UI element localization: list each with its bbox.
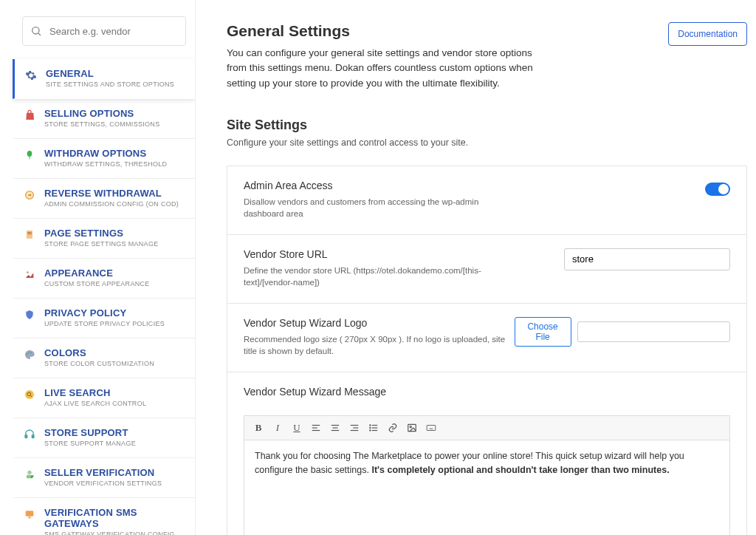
svg-point-33 xyxy=(370,430,371,431)
align-center-button[interactable] xyxy=(327,420,343,436)
setting-label: Vendor Setup Wizard Message xyxy=(244,386,386,398)
search-icon xyxy=(30,25,42,37)
align-left-button[interactable] xyxy=(308,420,324,436)
wizard-logo-filename[interactable] xyxy=(577,321,730,342)
svg-point-8 xyxy=(27,354,28,355)
sidebar-item-desc: ADMIN COMMISSION CONFIG (ON COD) xyxy=(44,200,179,208)
shield-icon xyxy=(24,309,35,321)
sidebar-item-store-support[interactable]: STORE SUPPORT STORE SUPPORT MANAGE xyxy=(13,418,195,458)
bold-button[interactable]: B xyxy=(250,420,267,436)
sidebar-item-selling-options[interactable]: SELLING OPTIONS STORE SETTINGS, COMMISSI… xyxy=(13,99,195,139)
page-description: You can configure your general site sett… xyxy=(227,46,544,91)
sidebar-item-desc: STORE SETTINGS, COMMISSIONS xyxy=(44,120,159,128)
setting-hint: Disallow vendors and customers from acce… xyxy=(244,196,516,219)
svg-point-31 xyxy=(370,425,371,426)
svg-rect-18 xyxy=(26,511,34,516)
admin-access-toggle[interactable] xyxy=(705,183,730,196)
sidebar-item-label: REVERSE WITHDRAWAL xyxy=(44,188,179,199)
setting-vendor-store-url: Vendor Store URL Define the vendor store… xyxy=(227,235,746,304)
svg-point-10 xyxy=(30,352,32,354)
setting-wizard-logo: Vendor Setup Wizard Logo Recommended log… xyxy=(227,304,746,372)
check-badge-icon xyxy=(24,468,35,480)
sidebar-search[interactable] xyxy=(22,16,186,46)
section-title: Site Settings xyxy=(227,117,747,133)
sidebar-item-reverse-withdrawal[interactable]: REVERSE WITHDRAWAL ADMIN COMMISSION CONF… xyxy=(13,179,195,219)
svg-point-9 xyxy=(28,352,30,353)
image-button[interactable] xyxy=(404,420,420,436)
settings-sidebar: GENERAL SITE SETTINGS AND STORE OPTIONS … xyxy=(0,0,196,535)
link-button[interactable] xyxy=(385,420,401,436)
sidebar-item-colors[interactable]: COLORS STORE COLOR CUSTOMIZATION xyxy=(13,338,195,378)
main-content: General Settings You can configure your … xyxy=(196,0,756,535)
sidebar-item-verification-sms[interactable]: VERIFICATION SMS GATEWAYS SMS GATEWAY VE… xyxy=(13,498,195,535)
sidebar-item-label: COLORS xyxy=(44,347,154,358)
svg-line-1 xyxy=(38,33,41,35)
section-description: Configure your site settings and control… xyxy=(227,137,747,148)
svg-rect-34 xyxy=(408,425,416,432)
list-button[interactable] xyxy=(365,420,382,436)
sidebar-item-label: LIVE SEARCH xyxy=(44,387,146,398)
sidebar-item-desc: UPDATE STORE PRIVACY POLICIES xyxy=(44,320,165,327)
page-icon xyxy=(24,229,35,241)
svg-point-11 xyxy=(25,390,34,399)
setting-label: Vendor Store URL xyxy=(244,248,516,260)
setting-wizard-message: Vendor Setup Wizard Message B I U Thank … xyxy=(227,372,746,535)
sidebar-item-page-settings[interactable]: PAGE SETTINGS STORE PAGE SETTINGS MANAGE xyxy=(13,219,195,259)
setting-label: Admin Area Access xyxy=(244,180,516,191)
setting-label: Vendor Setup Wizard Logo xyxy=(244,317,515,329)
balloon-icon xyxy=(24,149,35,161)
choose-file-button[interactable]: Choose File xyxy=(515,317,571,347)
page-title: General Settings xyxy=(227,22,544,40)
sidebar-item-desc: SMS GATEWAY VERIFICATION CONFIG xyxy=(44,531,185,535)
wizard-message-bold: It's completely optional and shouldn't t… xyxy=(371,465,669,475)
svg-rect-14 xyxy=(25,435,27,438)
keyboard-button[interactable] xyxy=(423,420,439,436)
underline-button[interactable]: U xyxy=(289,420,305,436)
appearance-icon xyxy=(24,269,35,281)
bag-icon xyxy=(24,109,35,121)
align-right-button[interactable] xyxy=(346,420,362,436)
sidebar-item-live-search[interactable]: LIVE SEARCH AJAX LIVE SEARCH CONTROL xyxy=(13,378,195,418)
svg-point-32 xyxy=(370,428,371,429)
sidebar-item-desc: WITHDRAW SETTINGS, THRESHOLD xyxy=(44,160,167,168)
sidebar-item-seller-verification[interactable]: SELLER VERIFICATION VENDOR VERIFICATION … xyxy=(13,458,195,498)
search-input[interactable] xyxy=(49,26,178,37)
circle-arrow-icon xyxy=(24,189,35,201)
gear-icon xyxy=(25,69,37,81)
sidebar-item-desc: STORE SUPPORT MANAGE xyxy=(44,440,136,447)
sidebar-item-privacy-policy[interactable]: PRIVACY POLICY UPDATE STORE PRIVACY POLI… xyxy=(13,299,195,338)
sidebar-item-general[interactable]: GENERAL SITE SETTINGS AND STORE OPTIONS xyxy=(13,59,195,99)
setting-hint: Recommended logo size ( 270px X 90px ). … xyxy=(244,333,515,357)
sidebar-item-desc: AJAX LIVE SEARCH CONTROL xyxy=(44,400,146,407)
headset-icon xyxy=(24,429,35,440)
sidebar-item-label: WITHDRAW OPTIONS xyxy=(44,148,167,159)
sidebar-item-desc: SITE SETTINGS AND STORE OPTIONS xyxy=(46,81,174,88)
svg-rect-4 xyxy=(27,231,32,239)
site-settings-panel: Admin Area Access Disallow vendors and c… xyxy=(227,166,747,535)
sidebar-item-label: STORE SUPPORT xyxy=(44,427,136,438)
sidebar-item-label: PRIVACY POLICY xyxy=(44,307,165,318)
svg-point-0 xyxy=(32,27,39,34)
sidebar-item-desc: CUSTOM STORE APPEARANCE xyxy=(44,280,150,287)
palette-icon xyxy=(24,349,35,361)
svg-rect-15 xyxy=(32,435,34,438)
search-circle-icon xyxy=(24,389,35,401)
svg-point-16 xyxy=(27,471,31,474)
setting-admin-area-access: Admin Area Access Disallow vendors and c… xyxy=(227,166,746,235)
rich-text-editor: B I U Thank you for choosing The Marketp… xyxy=(244,415,730,535)
vendor-store-url-input[interactable] xyxy=(564,248,730,270)
sidebar-item-label: GENERAL xyxy=(46,68,174,79)
documentation-button[interactable]: Documentation xyxy=(668,22,747,46)
svg-rect-5 xyxy=(27,232,31,233)
editor-content[interactable]: Thank you for choosing The Marketplace t… xyxy=(244,440,729,535)
svg-rect-36 xyxy=(427,426,436,431)
svg-point-7 xyxy=(27,271,29,273)
sidebar-item-label: SELLER VERIFICATION xyxy=(44,467,162,478)
sidebar-item-desc: VENDOR VERIFICATION SETTINGS xyxy=(44,480,162,487)
sidebar-item-withdraw-options[interactable]: WITHDRAW OPTIONS WITHDRAW SETTINGS, THRE… xyxy=(13,139,195,179)
italic-button[interactable]: I xyxy=(269,420,286,436)
sidebar-item-appearance[interactable]: APPEARANCE CUSTOM STORE APPEARANCE xyxy=(13,259,195,299)
setting-hint: Define the vendor store URL (https://ote… xyxy=(244,265,516,288)
sidebar-item-label: PAGE SETTINGS xyxy=(44,228,159,239)
sidebar-item-label: VERIFICATION SMS GATEWAYS xyxy=(44,507,185,529)
